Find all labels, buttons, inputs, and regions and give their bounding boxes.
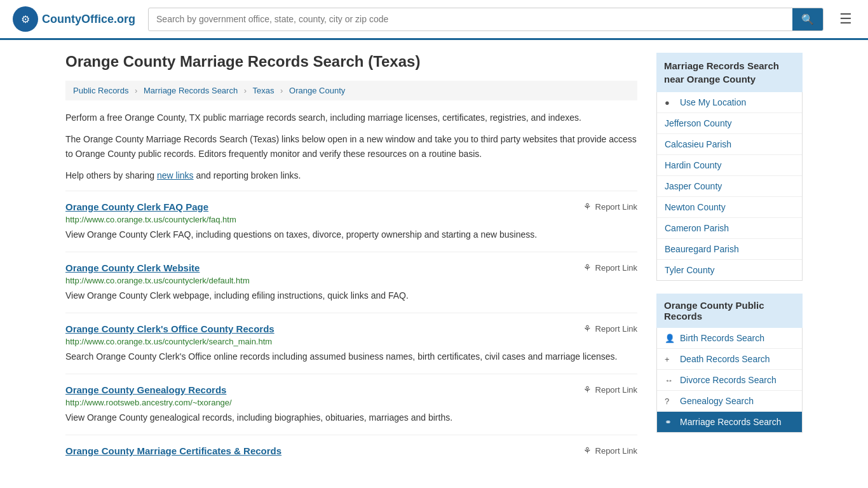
record-entry: Orange County Genealogy Records ⚘ Report… <box>65 374 637 435</box>
record-header: Orange County Marriage Certificates & Re… <box>65 445 637 456</box>
public-records-list: 👤 Birth Records Search + Death Records S… <box>656 328 803 433</box>
new-links-link[interactable]: new links <box>157 170 194 180</box>
record-entry: Orange County Marriage Certificates & Re… <box>65 435 637 469</box>
record-desc: View Orange County Clerk webpage, includ… <box>65 289 637 302</box>
nearby-item-link[interactable]: Hardin County <box>665 160 722 170</box>
record-header: Orange County Genealogy Records ⚘ Report… <box>65 384 637 395</box>
record-header: Orange County Clerk's Office County Reco… <box>65 323 637 334</box>
search-bar[interactable]: 🔍 <box>148 8 824 31</box>
content-area: Orange County Marriage Records Search (T… <box>65 53 637 469</box>
report-icon: ⚘ <box>583 201 592 212</box>
pr-item-link[interactable]: Birth Records Search <box>680 333 764 343</box>
nearby-item-link[interactable]: Cameron Parish <box>665 223 729 233</box>
pr-item-link[interactable]: Death Records Search <box>680 354 770 364</box>
report-link[interactable]: ⚘ Report Link <box>583 323 637 334</box>
description-3-suffix: and reporting broken links. <box>194 170 301 180</box>
record-entry: Orange County Clerk Website ⚘ Report Lin… <box>65 252 637 313</box>
main-container: Orange County Marriage Records Search (T… <box>53 40 815 482</box>
nearby-items-container: Jefferson CountyCalcasieu ParishHardin C… <box>657 113 802 280</box>
report-icon: ⚘ <box>583 384 592 395</box>
breadcrumb-texas[interactable]: Texas <box>253 86 275 95</box>
report-link[interactable]: ⚘ Report Link <box>583 384 637 395</box>
report-link[interactable]: ⚘ Report Link <box>583 445 637 456</box>
nearby-item-link[interactable]: Calcasieu Parish <box>665 139 731 149</box>
nearby-item-link[interactable]: Newton County <box>665 202 726 212</box>
nearby-item[interactable]: Jefferson County <box>657 113 802 134</box>
breadcrumb-sep2: › <box>244 86 247 95</box>
report-link-label: Report Link <box>595 202 637 212</box>
pr-icon: + <box>665 355 675 364</box>
use-location-link[interactable]: Use My Location <box>680 97 746 107</box>
nearby-item[interactable]: Calcasieu Parish <box>657 134 802 155</box>
pr-icon: 👤 <box>665 334 675 343</box>
pr-item-link[interactable]: Divorce Records Search <box>680 375 776 385</box>
logo-tld: .org <box>114 13 135 25</box>
nearby-item-link[interactable]: Jasper County <box>665 181 722 191</box>
report-link[interactable]: ⚘ Report Link <box>583 201 637 212</box>
public-records-item[interactable]: ⚭ Marriage Records Search <box>657 412 802 432</box>
records-container: Orange County Clerk FAQ Page ⚘ Report Li… <box>65 191 637 469</box>
use-location-item[interactable]: ● Use My Location <box>657 92 802 113</box>
record-url: http://www.co.orange.tx.us/countyclerk/s… <box>65 337 637 346</box>
record-title[interactable]: Orange County Genealogy Records <box>65 384 226 395</box>
record-title[interactable]: Orange County Clerk's Office County Reco… <box>65 323 275 334</box>
search-button[interactable]: 🔍 <box>792 8 823 30</box>
public-records-item[interactable]: + Death Records Search <box>657 349 802 370</box>
header: ⚙ CountyOffice.org 🔍 ☰ <box>0 0 868 40</box>
logo-area: ⚙ CountyOffice.org <box>13 6 135 32</box>
page-title: Orange County Marriage Records Search (T… <box>65 53 637 71</box>
search-input[interactable] <box>149 9 792 29</box>
record-url: http://www.rootsweb.ancestry.com/~txoran… <box>65 398 637 407</box>
report-icon: ⚘ <box>583 323 592 334</box>
record-desc: View Orange County Clerk FAQ, including … <box>65 228 637 241</box>
breadcrumb: Public Records › Marriage Records Search… <box>65 81 637 100</box>
record-desc: Search Orange County Clerk's Office onli… <box>65 350 637 363</box>
breadcrumb-marriage-records[interactable]: Marriage Records Search <box>144 86 238 95</box>
public-records-item[interactable]: ↔ Divorce Records Search <box>657 370 802 391</box>
breadcrumb-sep1: › <box>135 86 137 95</box>
public-records-item[interactable]: 👤 Birth Records Search <box>657 328 802 349</box>
nearby-item-link[interactable]: Tyler County <box>665 265 715 275</box>
pr-icon: ⚭ <box>665 417 675 427</box>
nearby-item[interactable]: Tyler County <box>657 260 802 280</box>
nearby-item[interactable]: Beauregard Parish <box>657 239 802 260</box>
pr-item-link[interactable]: Genealogy Search <box>680 396 754 406</box>
pr-icon: ↔ <box>665 376 675 385</box>
record-header: Orange County Clerk FAQ Page ⚘ Report Li… <box>65 201 637 212</box>
record-entry: Orange County Clerk FAQ Page ⚘ Report Li… <box>65 191 637 252</box>
nearby-item-link[interactable]: Jefferson County <box>665 118 732 128</box>
record-desc: View Orange County genealogical records,… <box>65 411 637 424</box>
public-records-item[interactable]: ? Genealogy Search <box>657 391 802 412</box>
report-link-label: Report Link <box>595 324 637 334</box>
public-records-section: Orange County Public Records 👤 Birth Rec… <box>656 294 803 433</box>
report-icon: ⚘ <box>583 262 592 273</box>
breadcrumb-public-records[interactable]: Public Records <box>73 86 128 95</box>
pr-item-link[interactable]: Marriage Records Search <box>680 417 782 427</box>
nearby-section: Marriage Records Search near Orange Coun… <box>656 53 803 281</box>
description-1: Perform a free Orange County, TX public … <box>65 111 637 125</box>
nearby-item[interactable]: Jasper County <box>657 176 802 197</box>
record-title[interactable]: Orange County Marriage Certificates & Re… <box>65 445 281 456</box>
logo-county: CountyOffice <box>42 13 114 25</box>
logo-icon: ⚙ <box>13 6 38 32</box>
svg-text:⚙: ⚙ <box>21 14 30 25</box>
record-url: http://www.co.orange.tx.us/countyclerk/f… <box>65 215 637 224</box>
pr-icon: ? <box>665 396 675 406</box>
record-title[interactable]: Orange County Clerk FAQ Page <box>65 201 208 212</box>
record-header: Orange County Clerk Website ⚘ Report Lin… <box>65 262 637 273</box>
nearby-item-link[interactable]: Beauregard Parish <box>665 244 739 254</box>
nearby-item[interactable]: Cameron Parish <box>657 218 802 239</box>
breadcrumb-orange-county[interactable]: Orange County <box>289 86 345 95</box>
report-link[interactable]: ⚘ Report Link <box>583 262 637 273</box>
record-title[interactable]: Orange County Clerk Website <box>65 262 200 273</box>
record-entry: Orange County Clerk's Office County Reco… <box>65 313 637 374</box>
report-link-label: Report Link <box>595 263 637 273</box>
logo-text: CountyOffice.org <box>42 13 135 26</box>
report-link-label: Report Link <box>595 385 637 395</box>
menu-icon[interactable]: ☰ <box>836 8 855 30</box>
breadcrumb-sep3: › <box>280 86 283 95</box>
nearby-item[interactable]: Newton County <box>657 197 802 218</box>
public-records-title: Orange County Public Records <box>656 294 803 328</box>
sidebar: Marriage Records Search near Orange Coun… <box>656 53 803 469</box>
nearby-item[interactable]: Hardin County <box>657 155 802 176</box>
